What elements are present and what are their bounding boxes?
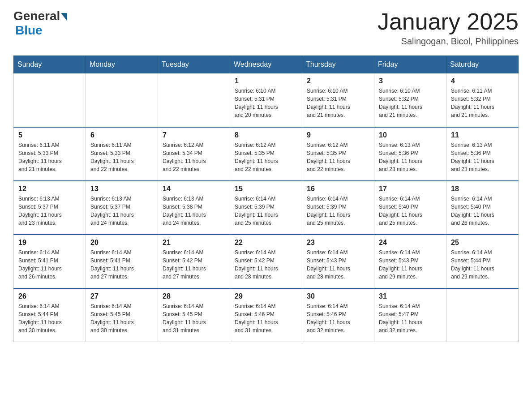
day-info: Sunrise: 6:13 AMSunset: 5:36 PMDaylight:… <box>451 141 514 173</box>
day-number: 5 <box>18 131 81 139</box>
day-info: Sunrise: 6:14 AMSunset: 5:46 PMDaylight:… <box>307 302 369 334</box>
day-number: 31 <box>379 292 442 300</box>
calendar-week-row: 26Sunrise: 6:14 AMSunset: 5:44 PMDayligh… <box>14 288 519 342</box>
logo: General Blue <box>13 9 67 38</box>
calendar-day-cell: 22Sunrise: 6:14 AMSunset: 5:42 PMDayligh… <box>230 235 302 288</box>
day-number: 13 <box>90 185 153 193</box>
calendar-week-row: 19Sunrise: 6:14 AMSunset: 5:41 PMDayligh… <box>14 235 519 288</box>
calendar-day-cell: 20Sunrise: 6:14 AMSunset: 5:41 PMDayligh… <box>86 235 158 288</box>
day-info: Sunrise: 6:14 AMSunset: 5:45 PMDaylight:… <box>90 302 153 334</box>
day-info: Sunrise: 6:14 AMSunset: 5:44 PMDaylight:… <box>451 248 514 281</box>
title-section: January 2025 Salingogan, Bicol, Philippi… <box>378 9 519 47</box>
day-info: Sunrise: 6:13 AMSunset: 5:37 PMDaylight:… <box>90 195 153 227</box>
day-number: 23 <box>307 239 369 247</box>
day-info: Sunrise: 6:13 AMSunset: 5:36 PMDaylight:… <box>379 141 442 173</box>
calendar-day-cell: 13Sunrise: 6:13 AMSunset: 5:37 PMDayligh… <box>86 181 158 235</box>
calendar-day-cell <box>86 73 158 127</box>
day-number: 11 <box>451 131 514 139</box>
calendar-day-cell: 12Sunrise: 6:13 AMSunset: 5:37 PMDayligh… <box>14 181 86 235</box>
calendar-day-cell: 21Sunrise: 6:14 AMSunset: 5:42 PMDayligh… <box>158 235 230 288</box>
header-friday: Friday <box>374 56 446 73</box>
calendar-day-cell: 26Sunrise: 6:14 AMSunset: 5:44 PMDayligh… <box>14 288 86 342</box>
calendar-day-cell: 4Sunrise: 6:11 AMSunset: 5:32 PMDaylight… <box>446 73 519 127</box>
calendar-week-row: 12Sunrise: 6:13 AMSunset: 5:37 PMDayligh… <box>14 181 519 235</box>
day-number: 22 <box>235 239 297 247</box>
header-sunday: Sunday <box>14 56 86 73</box>
day-info: Sunrise: 6:14 AMSunset: 5:45 PMDaylight:… <box>163 302 225 334</box>
header-monday: Monday <box>86 56 158 73</box>
calendar-day-cell: 24Sunrise: 6:14 AMSunset: 5:43 PMDayligh… <box>374 235 446 288</box>
day-info: Sunrise: 6:11 AMSunset: 5:33 PMDaylight:… <box>18 141 81 173</box>
day-info: Sunrise: 6:13 AMSunset: 5:38 PMDaylight:… <box>163 195 225 227</box>
weekday-header-row: Sunday Monday Tuesday Wednesday Thursday… <box>14 56 519 73</box>
day-number: 10 <box>379 131 442 139</box>
day-number: 29 <box>235 292 297 300</box>
day-info: Sunrise: 6:14 AMSunset: 5:43 PMDaylight:… <box>379 248 442 281</box>
day-info: Sunrise: 6:11 AMSunset: 5:33 PMDaylight:… <box>90 141 153 173</box>
calendar-day-cell: 14Sunrise: 6:13 AMSunset: 5:38 PMDayligh… <box>158 181 230 235</box>
day-info: Sunrise: 6:14 AMSunset: 5:43 PMDaylight:… <box>307 248 369 281</box>
calendar-table: Sunday Monday Tuesday Wednesday Thursday… <box>13 56 519 342</box>
day-info: Sunrise: 6:14 AMSunset: 5:41 PMDaylight:… <box>18 248 81 281</box>
day-number: 21 <box>163 239 225 247</box>
calendar-day-cell: 5Sunrise: 6:11 AMSunset: 5:33 PMDaylight… <box>14 127 86 181</box>
day-info: Sunrise: 6:10 AMSunset: 5:31 PMDaylight:… <box>307 87 369 119</box>
day-number: 7 <box>163 131 225 139</box>
day-info: Sunrise: 6:11 AMSunset: 5:32 PMDaylight:… <box>451 87 514 119</box>
day-info: Sunrise: 6:14 AMSunset: 5:39 PMDaylight:… <box>307 195 369 227</box>
day-number: 8 <box>235 131 297 139</box>
day-info: Sunrise: 6:14 AMSunset: 5:44 PMDaylight:… <box>18 302 81 334</box>
calendar-subtitle: Salingogan, Bicol, Philippines <box>378 36 519 47</box>
day-number: 3 <box>379 77 442 85</box>
day-number: 24 <box>379 239 442 247</box>
calendar-day-cell: 16Sunrise: 6:14 AMSunset: 5:39 PMDayligh… <box>302 181 374 235</box>
calendar-day-cell: 29Sunrise: 6:14 AMSunset: 5:46 PMDayligh… <box>230 288 302 342</box>
calendar-day-cell: 2Sunrise: 6:10 AMSunset: 5:31 PMDaylight… <box>302 73 374 127</box>
day-number: 12 <box>18 185 81 193</box>
day-number: 19 <box>18 239 81 247</box>
calendar-day-cell: 23Sunrise: 6:14 AMSunset: 5:43 PMDayligh… <box>302 235 374 288</box>
day-info: Sunrise: 6:14 AMSunset: 5:39 PMDaylight:… <box>235 195 297 227</box>
calendar-day-cell: 9Sunrise: 6:12 AMSunset: 5:35 PMDaylight… <box>302 127 374 181</box>
day-number: 4 <box>451 77 514 85</box>
day-number: 26 <box>18 292 81 300</box>
calendar-week-row: 1Sunrise: 6:10 AMSunset: 5:31 PMDaylight… <box>14 73 519 127</box>
header-wednesday: Wednesday <box>230 56 302 73</box>
day-info: Sunrise: 6:14 AMSunset: 5:42 PMDaylight:… <box>235 248 297 281</box>
logo-blue-text: Blue <box>15 23 43 38</box>
logo-general-text: General <box>13 9 60 23</box>
calendar-day-cell: 30Sunrise: 6:14 AMSunset: 5:46 PMDayligh… <box>302 288 374 342</box>
day-number: 17 <box>379 185 442 193</box>
calendar-day-cell: 7Sunrise: 6:12 AMSunset: 5:34 PMDaylight… <box>158 127 230 181</box>
day-info: Sunrise: 6:14 AMSunset: 5:41 PMDaylight:… <box>90 248 153 281</box>
day-number: 27 <box>90 292 153 300</box>
day-info: Sunrise: 6:14 AMSunset: 5:40 PMDaylight:… <box>451 195 514 227</box>
day-number: 18 <box>451 185 514 193</box>
day-info: Sunrise: 6:12 AMSunset: 5:35 PMDaylight:… <box>307 141 369 173</box>
day-info: Sunrise: 6:14 AMSunset: 5:42 PMDaylight:… <box>163 248 225 281</box>
calendar-day-cell: 25Sunrise: 6:14 AMSunset: 5:44 PMDayligh… <box>446 235 519 288</box>
calendar-day-cell: 1Sunrise: 6:10 AMSunset: 5:31 PMDaylight… <box>230 73 302 127</box>
calendar-day-cell: 11Sunrise: 6:13 AMSunset: 5:36 PMDayligh… <box>446 127 519 181</box>
day-info: Sunrise: 6:14 AMSunset: 5:46 PMDaylight:… <box>235 302 297 334</box>
day-number: 20 <box>90 239 153 247</box>
calendar-day-cell: 10Sunrise: 6:13 AMSunset: 5:36 PMDayligh… <box>374 127 446 181</box>
page-header: General Blue January 2025 Salingogan, Bi… <box>13 9 519 47</box>
day-number: 9 <box>307 131 369 139</box>
calendar-day-cell: 28Sunrise: 6:14 AMSunset: 5:45 PMDayligh… <box>158 288 230 342</box>
calendar-day-cell: 6Sunrise: 6:11 AMSunset: 5:33 PMDaylight… <box>86 127 158 181</box>
calendar-day-cell <box>446 288 519 342</box>
day-number: 14 <box>163 185 225 193</box>
logo-triangle-icon <box>61 13 67 21</box>
day-number: 30 <box>307 292 369 300</box>
calendar-day-cell: 15Sunrise: 6:14 AMSunset: 5:39 PMDayligh… <box>230 181 302 235</box>
calendar-day-cell: 3Sunrise: 6:10 AMSunset: 5:32 PMDaylight… <box>374 73 446 127</box>
day-info: Sunrise: 6:14 AMSunset: 5:47 PMDaylight:… <box>379 302 442 334</box>
calendar-day-cell <box>14 73 86 127</box>
day-info: Sunrise: 6:13 AMSunset: 5:37 PMDaylight:… <box>18 195 81 227</box>
header-thursday: Thursday <box>302 56 374 73</box>
calendar-day-cell: 17Sunrise: 6:14 AMSunset: 5:40 PMDayligh… <box>374 181 446 235</box>
day-number: 6 <box>90 131 153 139</box>
day-info: Sunrise: 6:14 AMSunset: 5:40 PMDaylight:… <box>379 195 442 227</box>
calendar-day-cell <box>158 73 230 127</box>
